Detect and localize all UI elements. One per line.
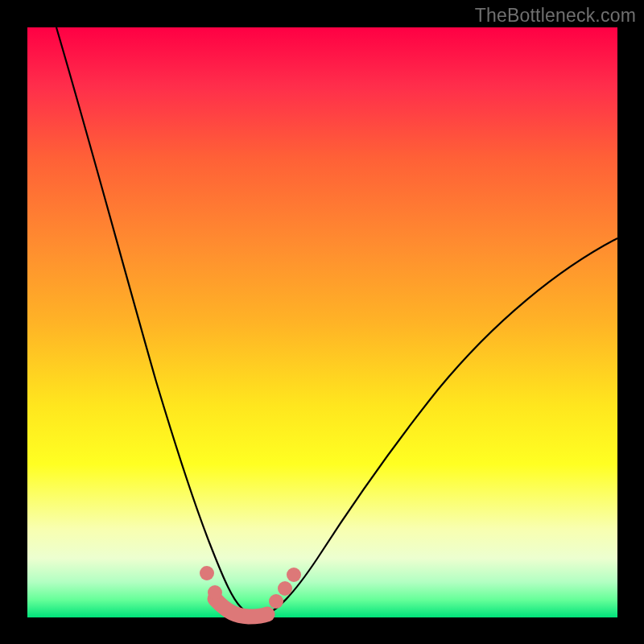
left-curve [56, 27, 253, 615]
marker-dot [200, 566, 214, 580]
marker-dot [208, 585, 222, 600]
chart-container: TheBottleneck.com [0, 0, 644, 644]
chart-svg [27, 27, 617, 617]
plot-area [27, 27, 617, 617]
watermark-text: TheBottleneck.com [475, 5, 636, 27]
marker-dot [278, 581, 292, 596]
marker-dot [287, 568, 301, 582]
right-curve [263, 238, 617, 616]
marker-dot [269, 594, 283, 609]
